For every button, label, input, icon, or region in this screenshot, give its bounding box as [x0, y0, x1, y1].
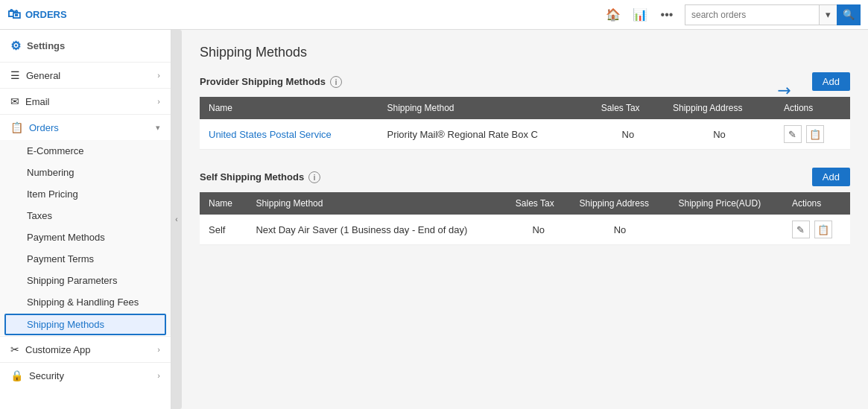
- sidebar-subitem-payment-methods[interactable]: Payment Methods: [0, 226, 171, 248]
- provider-shipping-section: Provider Shipping Methods i Add Name Shi…: [200, 72, 850, 150]
- settings-label: Settings: [27, 40, 65, 51]
- self-row-name: Self: [200, 215, 247, 245]
- self-col-name: Name: [200, 192, 247, 215]
- chart-icon[interactable]: 📊: [630, 4, 650, 25]
- self-row-actions: ✎ 📋: [783, 215, 850, 245]
- home-icon[interactable]: 🏠: [603, 4, 624, 25]
- orders-chevron: ▾: [156, 123, 160, 133]
- provider-section-header: Provider Shipping Methods i Add: [200, 72, 850, 91]
- provider-table: Name Shipping Method Sales Tax Shipping …: [200, 97, 850, 150]
- self-add-button[interactable]: Add: [812, 168, 850, 186]
- sidebar-section-customize: ✂ Customize App ›: [0, 336, 171, 362]
- settings-header: ⚙ Settings: [0, 30, 171, 62]
- sidebar-subitem-payment-terms[interactable]: Payment Terms: [0, 248, 171, 270]
- self-shipping-section: Self Shipping Methods i Add Name Shippin…: [200, 168, 850, 245]
- search-input[interactable]: [685, 4, 819, 25]
- sidebar-item-customize[interactable]: ✂ Customize App ›: [0, 337, 171, 362]
- sidebar-section-general: ☰ General ›: [0, 62, 171, 88]
- copy-icon[interactable]: 📋: [814, 221, 832, 238]
- sidebar-subitem-shipping-handling-fees[interactable]: Shipping & Handling Fees: [0, 291, 171, 313]
- self-table-header: Name Shipping Method Sales Tax Shipping …: [200, 192, 850, 215]
- provider-info-icon[interactable]: i: [330, 76, 342, 88]
- more-icon[interactable]: •••: [656, 4, 677, 25]
- orders-icon: 📋: [10, 121, 23, 133]
- sidebar-subitem-numbering[interactable]: Numbering: [0, 162, 171, 183]
- sidebar-wrapper: ⚙ Settings ☰ General › ✉ Email: [0, 30, 182, 409]
- search-button[interactable]: 🔍: [837, 4, 861, 25]
- search-container: ▾ 🔍: [685, 4, 861, 25]
- email-label: Email: [25, 96, 50, 107]
- sidebar-subitem-item-pricing[interactable]: Item Pricing: [0, 183, 171, 205]
- copy-icon[interactable]: 📋: [806, 125, 824, 143]
- sidebar-collapse-handle[interactable]: ‹: [171, 30, 182, 409]
- self-row-tax: No: [507, 215, 571, 245]
- sidebar-subitem-shipping-methods[interactable]: Shipping Methods: [4, 314, 166, 335]
- provider-table-header: Name Shipping Method Sales Tax Shipping …: [200, 97, 850, 119]
- customize-icon: ✂: [10, 343, 19, 355]
- sidebar-subitem-shipping-parameters[interactable]: Shipping Parameters: [0, 270, 171, 291]
- provider-col-method: Shipping Method: [378, 97, 592, 119]
- navbar-icons: 🏠 📊 •••: [603, 4, 677, 25]
- page-title: Shipping Methods: [200, 45, 850, 60]
- table-row: United States Postal Service Priority Ma…: [200, 119, 850, 150]
- content-area: ↗ Shipping Methods Provider Shipping Met…: [182, 30, 868, 409]
- search-dropdown[interactable]: ▾: [819, 4, 837, 25]
- sidebar: ⚙ Settings ☰ General › ✉ Email: [0, 30, 171, 409]
- email-chevron: ›: [157, 97, 160, 106]
- self-section-header: Self Shipping Methods i Add: [200, 168, 850, 186]
- provider-row-address: No: [664, 119, 775, 150]
- edit-icon[interactable]: ✎: [784, 125, 802, 143]
- email-icon: ✉: [10, 95, 19, 107]
- provider-row-method: Priority Mail® Regional Rate Box C: [378, 119, 592, 150]
- sidebar-subitem-taxes[interactable]: Taxes: [0, 205, 171, 226]
- brand-logo: 🛍 ORDERS: [7, 7, 67, 22]
- sidebar-section-email: ✉ Email ›: [0, 88, 171, 114]
- self-table: Name Shipping Method Sales Tax Shipping …: [200, 192, 850, 245]
- provider-col-actions: Actions: [775, 97, 850, 119]
- main-layout: ⚙ Settings ☰ General › ✉ Email: [0, 30, 868, 409]
- security-icon: 🔒: [10, 370, 23, 381]
- sidebar-subitem-ecommerce[interactable]: E-Commerce: [0, 140, 171, 162]
- provider-row-tax: No: [592, 119, 664, 150]
- edit-icon[interactable]: ✎: [792, 221, 810, 238]
- provider-row-name: United States Postal Service: [200, 119, 378, 150]
- general-icon: ☰: [10, 69, 20, 81]
- customize-chevron: ›: [157, 345, 160, 354]
- sidebar-item-general[interactable]: ☰ General ›: [0, 63, 171, 88]
- sidebar-section-security: 🔒 Security ›: [0, 362, 171, 388]
- sidebar-item-orders[interactable]: 📋 Orders ▾: [0, 115, 171, 140]
- self-row-method: Next Day Air Saver (1 Business day - End…: [247, 215, 506, 245]
- brand-label: ORDERS: [25, 9, 67, 20]
- provider-col-address: Shipping Address: [664, 97, 775, 119]
- security-chevron: ›: [157, 371, 160, 380]
- self-col-tax: Sales Tax: [507, 192, 571, 215]
- sidebar-item-email[interactable]: ✉ Email ›: [0, 89, 171, 114]
- self-section-title: Self Shipping Methods i: [200, 171, 320, 183]
- sidebar-item-security[interactable]: 🔒 Security ›: [0, 363, 171, 388]
- sidebar-section-orders: 📋 Orders ▾ E-Commerce Numbering Item Pri…: [0, 114, 171, 335]
- gear-icon: ⚙: [10, 39, 21, 53]
- bag-icon: 🛍: [7, 7, 21, 22]
- navbar: 🛍 ORDERS 🏠 📊 ••• ▾ 🔍: [0, 0, 868, 30]
- orders-subitems: E-Commerce Numbering Item Pricing Taxes …: [0, 140, 171, 335]
- table-row: Self Next Day Air Saver (1 Business day …: [200, 215, 850, 245]
- orders-label: Orders: [29, 122, 59, 133]
- self-col-price: Shipping Price(AUD): [669, 192, 782, 215]
- general-chevron: ›: [157, 71, 160, 80]
- provider-col-name: Name: [200, 97, 378, 119]
- provider-add-button[interactable]: Add: [812, 72, 850, 91]
- self-row-price: [669, 215, 782, 245]
- self-col-method: Shipping Method: [247, 192, 506, 215]
- provider-section-title: Provider Shipping Methods i: [200, 76, 342, 88]
- self-col-actions: Actions: [783, 192, 850, 215]
- provider-row-actions: ✎ 📋: [775, 119, 850, 150]
- self-info-icon[interactable]: i: [308, 171, 320, 183]
- provider-col-tax: Sales Tax: [592, 97, 664, 119]
- customize-label: Customize App: [25, 344, 90, 355]
- security-label: Security: [29, 370, 64, 381]
- self-row-address: No: [571, 215, 670, 245]
- self-col-address: Shipping Address: [571, 192, 670, 215]
- general-label: General: [26, 70, 60, 81]
